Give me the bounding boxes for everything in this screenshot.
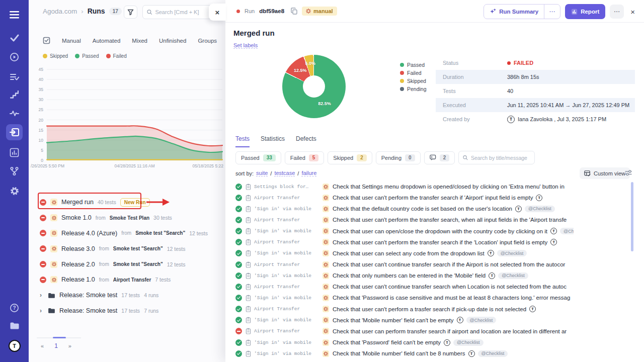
plans-list-icon[interactable] xyxy=(6,69,23,85)
failed-status-icon xyxy=(40,215,46,221)
run-summary-button[interactable]: Run Summary ⋯ xyxy=(484,4,560,19)
run-list-item[interactable]: › Release: Smoke test 17 tests 7 runs xyxy=(29,303,225,319)
test-row[interactable]: 'Sign in' via mobile Check that the defa… xyxy=(225,203,644,214)
test-status-icon xyxy=(235,273,242,279)
traceability-branch-icon[interactable] xyxy=(6,163,23,179)
run-enter-icon[interactable] xyxy=(6,124,23,140)
manual-spinner-icon xyxy=(323,228,329,234)
test-row[interactable]: 'Sign in' via mobile Check that user can… xyxy=(225,226,644,237)
status-filter-chip[interactable]: Pending 0 xyxy=(376,151,421,164)
from-label: from xyxy=(99,261,109,267)
tab-unfinished[interactable]: Unfinished xyxy=(159,38,186,44)
runs-search-input[interactable] xyxy=(155,9,208,15)
pagination-next[interactable]: » xyxy=(68,343,71,349)
test-row[interactable]: 'Sign in' via mobile Check that 'Mobile … xyxy=(225,348,644,359)
more-actions-button[interactable]: ⋯ xyxy=(610,5,624,19)
breadcrumb-project[interactable]: Agoda.com xyxy=(43,8,77,15)
copy-icon[interactable] xyxy=(291,8,297,15)
test-row[interactable]: 'Sign in' via mobile Check that 'Mobile … xyxy=(225,315,644,326)
reports-bar-chart-icon[interactable] xyxy=(6,144,23,160)
summary-row: Duration 386h 8m 15s xyxy=(436,70,635,84)
manual-badge: manual xyxy=(302,7,337,16)
chevron-right-icon[interactable]: › xyxy=(40,292,44,299)
details-tab[interactable]: Statistics xyxy=(261,135,285,147)
test-row[interactable]: 'Sign in' via mobile Check that user can… xyxy=(225,248,644,259)
chevron-right-icon[interactable]: › xyxy=(40,307,44,314)
checklist-tag: @Checklist xyxy=(466,317,497,323)
user-avatar[interactable]: T xyxy=(6,338,23,354)
run-list-item[interactable]: Smoke 1.0 from Smoke Test Plan 30 tests xyxy=(29,210,225,226)
menu-icon[interactable] xyxy=(6,7,23,23)
test-status-icon xyxy=(235,339,242,346)
test-row[interactable]: Airport Transfer Check that user can't p… xyxy=(225,214,644,225)
run-list-item[interactable]: Release 4.0 (Azure) from Smoke test "Sea… xyxy=(29,226,225,241)
test-row[interactable]: Airport Transfer Check that user can't c… xyxy=(225,259,644,270)
svg-text:10: 10 xyxy=(39,138,44,143)
run-list-item[interactable]: Release 1.0 from Airport Transfer 7 test… xyxy=(29,272,225,288)
runs-play-icon[interactable] xyxy=(6,49,23,65)
test-row[interactable]: Settings block for… Check that Settings … xyxy=(225,181,644,192)
run-list-item[interactable]: › Release: Smoke test 17 tests 4 runs xyxy=(29,288,225,303)
test-row[interactable]: Airport Transfer Check that user can't p… xyxy=(225,304,644,315)
legend-dot xyxy=(400,87,404,91)
suite-name: Airport Transfer xyxy=(254,239,317,245)
status-filter-chip[interactable]: 2 xyxy=(424,151,455,164)
set-labels-link[interactable]: Set labels xyxy=(233,42,258,49)
test-row[interactable]: 'Sign in' via mobile Check that 'Passwor… xyxy=(225,337,644,348)
scrollbar-thumb[interactable] xyxy=(631,182,633,251)
checklist-tag: @Checklist xyxy=(453,339,484,346)
custom-view-button[interactable]: Custom view xyxy=(580,167,630,179)
settings-gear-icon[interactable] xyxy=(6,183,23,199)
test-row[interactable]: 'Sign in' via mobile Check that 'Passwor… xyxy=(225,292,644,303)
test-row[interactable]: Airport Transfer Check that user can't p… xyxy=(225,192,644,203)
status-filter-chip[interactable]: Skipped 2 xyxy=(328,151,372,164)
help-icon[interactable]: ? xyxy=(6,300,23,316)
details-tab[interactable]: Defects xyxy=(296,135,316,147)
tests-search-input[interactable] xyxy=(471,155,530,161)
run-title: Merged run xyxy=(233,29,275,37)
test-row[interactable]: 'Sign in' via mobile Check that only num… xyxy=(225,270,644,281)
pagination: « 1 » xyxy=(41,342,71,349)
report-button[interactable]: Report xyxy=(565,4,605,19)
status-filter-chip[interactable]: Failed 5 xyxy=(285,151,325,164)
sort-by-suite[interactable]: suite xyxy=(256,170,268,176)
tab-groups[interactable]: Groups xyxy=(198,38,217,44)
filter-button[interactable] xyxy=(124,6,137,19)
test-row[interactable]: Airport Transfer Check that user can per… xyxy=(225,326,644,337)
projects-folder-icon[interactable] xyxy=(6,317,23,333)
tests-search[interactable] xyxy=(458,151,535,164)
legend-item: Pending xyxy=(400,85,427,93)
svg-text:04/28/2025 11:16 AM: 04/28/2025 11:16 AM xyxy=(114,163,154,168)
test-row[interactable]: Airport Transfer Check that user can't p… xyxy=(225,237,644,248)
pagination-prev[interactable]: « xyxy=(41,343,44,349)
run-summary-more-button[interactable]: ⋯ xyxy=(544,5,560,19)
test-title: Check that user can't perform a trasfer … xyxy=(333,306,526,312)
tab-mixed[interactable]: Mixed xyxy=(132,38,147,44)
sliders-icon[interactable] xyxy=(625,169,632,176)
from-label: from xyxy=(121,230,131,236)
close-icon[interactable]: × xyxy=(628,8,637,16)
milestones-steps-icon[interactable] xyxy=(6,86,23,103)
test-status-icon xyxy=(235,228,242,234)
runs-page: Agoda.com › Runs 17 Manual Automated Mix… xyxy=(29,0,225,362)
drawer-close-button[interactable]: × xyxy=(209,4,226,21)
select-all-icon[interactable] xyxy=(43,37,50,44)
defects-pulse-icon[interactable] xyxy=(6,105,23,121)
details-tab[interactable]: Tests xyxy=(235,135,250,147)
manual-spinner-icon xyxy=(323,239,329,245)
runs-search[interactable] xyxy=(142,5,213,19)
test-row[interactable]: Airport Transfer Check that user can't c… xyxy=(225,281,644,292)
run-list-item[interactable]: Release 2.0 from Smoke test "Search" 12 … xyxy=(29,256,225,272)
svg-text:20: 20 xyxy=(39,118,44,123)
sort-by-failure[interactable]: failure xyxy=(301,170,316,176)
test-title: Check that user can perform transfer sea… xyxy=(333,328,567,334)
pagination-page-1[interactable]: 1 xyxy=(54,342,58,349)
tests-check-icon[interactable] xyxy=(6,30,23,46)
sort-by-testcase[interactable]: testcase xyxy=(274,170,295,176)
run-list-item[interactable]: Release 3.0 from Smoke test "Search" 12 … xyxy=(29,241,225,256)
user-avatar: T xyxy=(507,116,515,123)
run-list-item[interactable]: Merged run 40 tests New Run xyxy=(29,195,225,210)
tab-manual[interactable]: Manual xyxy=(62,38,81,44)
tab-automated[interactable]: Automated xyxy=(93,38,121,44)
status-filter-chip[interactable]: Passed 33 xyxy=(235,151,281,164)
